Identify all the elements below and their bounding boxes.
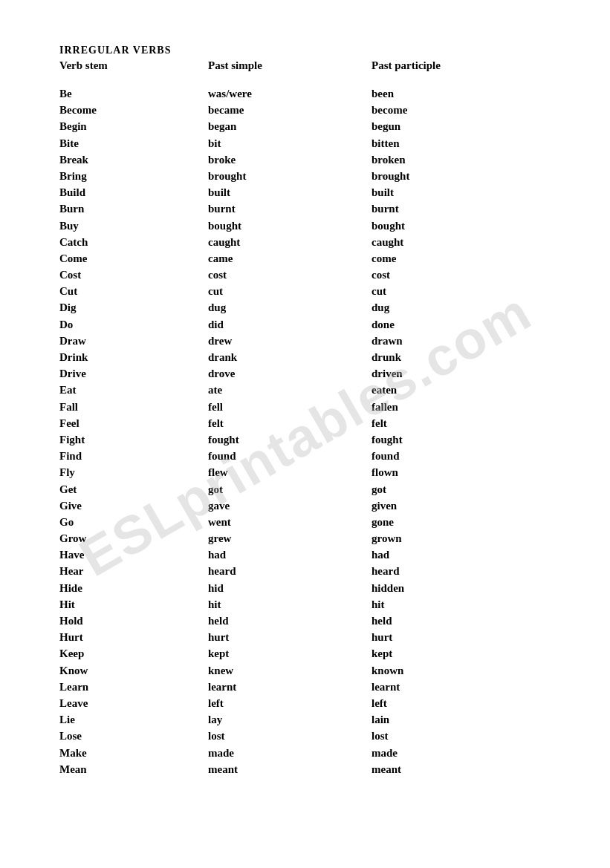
- verb-past: lost: [208, 728, 371, 744]
- table-row: Knowknewknown: [59, 662, 565, 679]
- verb-participle: fought: [371, 431, 403, 448]
- verb-participle: drunk: [371, 349, 401, 365]
- verb-stem: Give: [59, 497, 208, 514]
- verb-past: broke: [208, 151, 371, 168]
- table-row: Burnburntburnt: [59, 200, 565, 217]
- verb-past: was/were: [208, 85, 371, 102]
- verb-stem: Get: [59, 481, 208, 497]
- verb-past: ate: [208, 382, 371, 398]
- verb-stem: Keep: [59, 645, 208, 662]
- verb-past: knew: [208, 662, 371, 679]
- verb-table: Bewas/werebeenBecomebecamebecomeBeginbeg…: [59, 85, 565, 777]
- table-row: Keepkeptkept: [59, 645, 565, 662]
- verb-participle: found: [371, 448, 400, 464]
- verb-past: had: [208, 546, 371, 563]
- verb-stem: Build: [59, 184, 208, 200]
- verb-participle: caught: [371, 234, 403, 250]
- verb-participle: cost: [371, 267, 390, 283]
- table-row: Bewas/werebeen: [59, 85, 565, 102]
- verb-participle: lain: [371, 711, 389, 728]
- verb-stem: Mean: [59, 761, 208, 777]
- table-row: Drinkdrankdrunk: [59, 349, 565, 365]
- verb-stem: Bite: [59, 135, 208, 151]
- verb-stem: Begin: [59, 118, 208, 134]
- verb-past: lay: [208, 711, 371, 728]
- verb-past: drew: [208, 333, 371, 349]
- verb-stem: Fall: [59, 399, 208, 415]
- verb-participle: dug: [371, 299, 389, 316]
- verb-stem: Do: [59, 316, 208, 333]
- verb-participle: hidden: [371, 580, 404, 596]
- verb-participle: known: [371, 662, 403, 679]
- verb-past: cut: [208, 283, 371, 299]
- table-row: Comecamecome: [59, 250, 565, 267]
- verb-stem: Be: [59, 85, 208, 102]
- header-verb: Verb stem: [59, 59, 208, 72]
- verb-past: left: [208, 695, 371, 711]
- verb-stem: Hit: [59, 596, 208, 613]
- header-past: Past simple: [208, 59, 371, 72]
- verb-stem: Hold: [59, 613, 208, 629]
- table-row: Costcostcost: [59, 267, 565, 283]
- verb-stem: Drive: [59, 365, 208, 382]
- verb-stem: Become: [59, 102, 208, 118]
- verb-stem: Make: [59, 745, 208, 761]
- verb-past: made: [208, 745, 371, 761]
- verb-past: built: [208, 184, 371, 200]
- verb-participle: left: [371, 695, 387, 711]
- verb-participle: made: [371, 745, 398, 761]
- verb-stem: Drink: [59, 349, 208, 365]
- verb-participle: grown: [371, 530, 402, 546]
- table-row: Hurthurthurt: [59, 629, 565, 645]
- verb-stem: Bring: [59, 168, 208, 184]
- verb-past: drank: [208, 349, 371, 365]
- verb-stem: Learn: [59, 679, 208, 695]
- verb-stem: Eat: [59, 382, 208, 398]
- verb-stem: Burn: [59, 200, 208, 217]
- verb-participle: cut: [371, 283, 386, 299]
- verb-past: found: [208, 448, 371, 464]
- verb-past: caught: [208, 234, 371, 250]
- verb-past: hid: [208, 580, 371, 596]
- verb-past: grew: [208, 530, 371, 546]
- table-row: Bringbroughtbrought: [59, 168, 565, 184]
- verb-participle: meant: [371, 761, 401, 777]
- table-row: Gowentgone: [59, 514, 565, 530]
- table-row: Holdheldheld: [59, 613, 565, 629]
- verb-stem: Come: [59, 250, 208, 267]
- verb-past: bit: [208, 135, 371, 151]
- verb-participle: kept: [371, 645, 392, 662]
- verb-past: fought: [208, 431, 371, 448]
- verb-participle: had: [371, 546, 389, 563]
- header-participle: Past participle: [371, 59, 441, 72]
- verb-participle: bitten: [371, 135, 400, 151]
- verb-stem: Feel: [59, 415, 208, 431]
- verb-past: gave: [208, 497, 371, 514]
- verb-stem: Draw: [59, 333, 208, 349]
- table-row: Flyflewflown: [59, 464, 565, 480]
- verb-participle: burnt: [371, 200, 399, 217]
- verb-participle: brought: [371, 168, 409, 184]
- verb-stem: Fight: [59, 431, 208, 448]
- verb-past: bought: [208, 218, 371, 234]
- verb-stem: Cut: [59, 283, 208, 299]
- verb-participle: given: [371, 497, 397, 514]
- table-row: Growgrewgrown: [59, 530, 565, 546]
- verb-past: dug: [208, 299, 371, 316]
- table-row: Becomebecamebecome: [59, 102, 565, 118]
- verb-past: came: [208, 250, 371, 267]
- verb-participle: been: [371, 85, 394, 102]
- verb-stem: Lie: [59, 711, 208, 728]
- verb-past: went: [208, 514, 371, 530]
- verb-past: burnt: [208, 200, 371, 217]
- table-row: Beginbeganbegun: [59, 118, 565, 134]
- verb-stem: Hurt: [59, 629, 208, 645]
- verb-participle: heard: [371, 563, 400, 579]
- verb-stem: Go: [59, 514, 208, 530]
- verb-past: flew: [208, 464, 371, 480]
- verb-participle: gone: [371, 514, 394, 530]
- table-row: Catchcaughtcaught: [59, 234, 565, 250]
- verb-past: meant: [208, 761, 371, 777]
- verb-stem: Grow: [59, 530, 208, 546]
- verb-past: kept: [208, 645, 371, 662]
